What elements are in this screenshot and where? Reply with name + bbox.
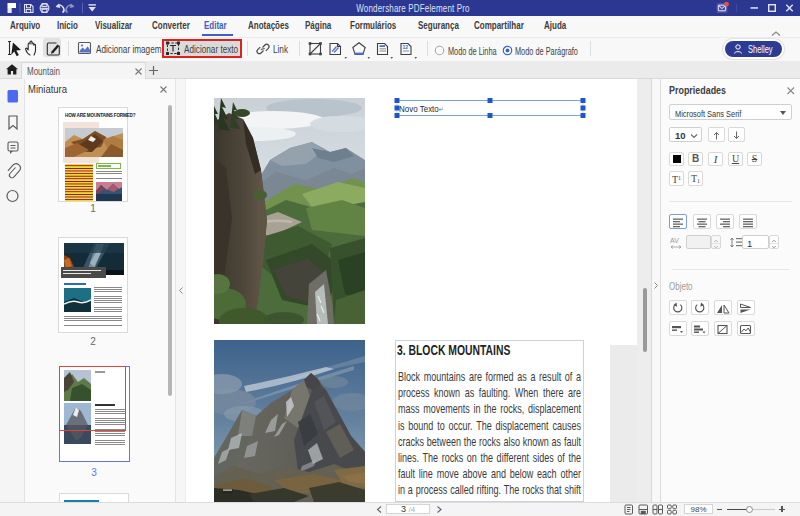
svg-text:12: 12 bbox=[403, 44, 409, 50]
svg-text:AV: AV bbox=[670, 237, 679, 244]
